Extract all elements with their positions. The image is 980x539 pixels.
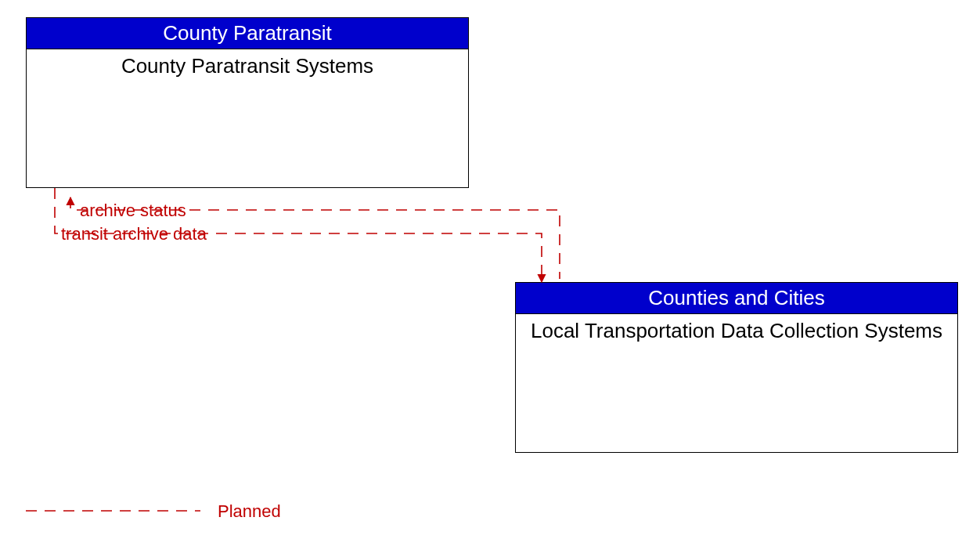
node-county-paratransit-header: County Paratransit (27, 18, 468, 49)
flow-label-transit-archive-data: transit archive data (61, 224, 207, 244)
legend-planned-label: Planned (218, 501, 281, 522)
node-county-paratransit-body: County Paratransit Systems (27, 49, 468, 83)
node-counties-and-cities: Counties and Cities Local Transportation… (515, 282, 958, 453)
diagram-canvas: County Paratransit County Paratransit Sy… (0, 0, 980, 539)
node-county-paratransit: County Paratransit County Paratransit Sy… (26, 17, 469, 188)
node-counties-and-cities-body: Local Transportation Data Collection Sys… (516, 314, 957, 348)
flow-label-archive-status: archive status (80, 201, 186, 221)
node-counties-and-cities-header: Counties and Cities (516, 283, 957, 314)
